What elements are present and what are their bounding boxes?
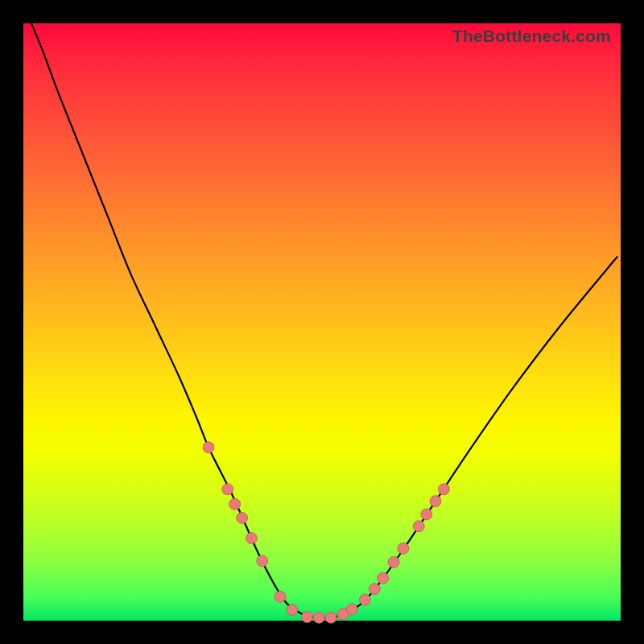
data-marker <box>369 584 380 595</box>
data-marker <box>325 612 336 623</box>
data-marker <box>346 604 357 615</box>
data-marker <box>313 612 324 623</box>
data-marker <box>301 612 312 623</box>
data-marker <box>421 509 432 520</box>
data-marker <box>257 555 268 567</box>
chart-frame: TheBottleneck.com <box>0 0 644 644</box>
data-marker <box>438 484 449 495</box>
data-marker <box>287 605 298 616</box>
data-marker <box>388 556 399 568</box>
data-marker <box>203 442 214 453</box>
data-marker <box>359 594 370 605</box>
data-marker <box>413 521 424 532</box>
data-marker <box>430 496 441 507</box>
data-marker <box>246 533 257 544</box>
chart-svg <box>23 23 621 621</box>
data-marker <box>275 591 286 602</box>
data-marker <box>237 512 248 523</box>
data-marker <box>222 484 233 495</box>
plot-area: TheBottleneck.com <box>23 23 621 621</box>
data-marker <box>378 572 389 584</box>
marker-group <box>203 442 449 623</box>
bottleneck-curve <box>27 11 618 618</box>
data-marker <box>229 498 241 510</box>
data-marker <box>398 543 409 554</box>
